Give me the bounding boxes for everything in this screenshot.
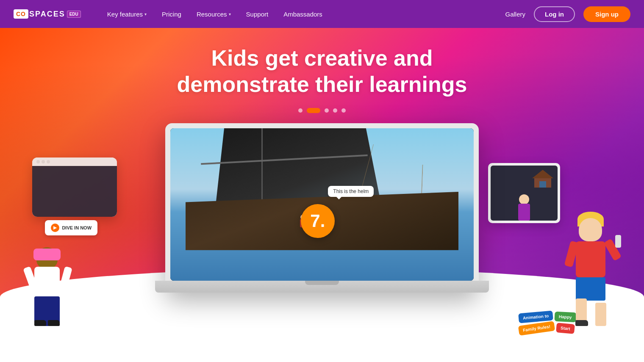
dive-label: DIVE IN NOW: [62, 225, 92, 230]
vr-shoe-left: [34, 320, 46, 326]
laptop-screen: 7. This is the helm: [170, 128, 474, 281]
ship-scene: 7. This is the helm: [170, 128, 474, 281]
nav-ambassadors[interactable]: Ambassadors: [278, 7, 328, 21]
nav-right: Gallery Log in Sign up: [505, 6, 630, 22]
navbar: CO SPACES EDU Key features ▾ Pricing Res…: [0, 0, 644, 28]
rc-shirt: [576, 241, 605, 277]
chevron-down-icon: ▾: [144, 12, 147, 17]
slide-dot-2[interactable]: [307, 108, 320, 113]
rc-leg-right: [595, 303, 606, 326]
hero-section: Kids get creative and demonstrate their …: [0, 0, 644, 362]
nav-pricing[interactable]: Pricing: [156, 7, 187, 21]
slide-dot-1[interactable]: [298, 108, 303, 113]
vr-body: [34, 267, 60, 301]
rc-head: [579, 218, 602, 241]
signup-button[interactable]: Sign up: [583, 6, 630, 22]
rc-shorts: [576, 277, 605, 301]
hero-title: Kids get creative and demonstrate their …: [177, 45, 467, 98]
dive-arrow-icon: ▶: [51, 224, 59, 232]
laptop-notch: [305, 281, 339, 285]
right-char-figure: [557, 203, 625, 326]
hero-content: Kids get creative and demonstrate their …: [0, 28, 644, 293]
login-button[interactable]: Log in: [534, 6, 575, 22]
nav-support[interactable]: Support: [240, 7, 275, 21]
logo[interactable]: CO SPACES EDU: [14, 9, 81, 19]
nav-links: Key features ▾ Pricing Resources ▾ Suppo…: [101, 7, 505, 21]
logo-ico-text: CO: [14, 9, 28, 19]
chevron-down-icon-2: ▾: [229, 12, 231, 17]
slide-dots: [298, 108, 346, 113]
slide-dot-3[interactable]: [325, 108, 329, 113]
nav-key-features[interactable]: Key features ▾: [101, 7, 153, 21]
card-animation: Animation to: [518, 310, 553, 323]
slide-dot-4[interactable]: [333, 108, 337, 113]
nav-resources[interactable]: Resources ▾: [191, 7, 237, 21]
right-character: [557, 203, 625, 326]
nav-gallery[interactable]: Gallery: [505, 11, 525, 18]
number-badge: 7.: [301, 204, 335, 238]
rc-shoe-left: [575, 320, 588, 326]
vr-headset: [33, 249, 61, 260]
laptop-frame: 7. This is the helm: [165, 123, 479, 293]
slide-dot-5[interactable]: [341, 108, 346, 113]
dive-in-tag[interactable]: ▶ DIVE IN NOW: [45, 220, 97, 235]
logo-edu-badge: EDU: [67, 11, 81, 18]
vr-arm-right: [59, 266, 72, 290]
logo-spaces-text: SPACES: [29, 10, 65, 19]
laptop-base: [155, 281, 489, 293]
helm-tooltip: This is the helm: [328, 186, 374, 197]
rc-bottle: [615, 235, 621, 248]
laptop-mockup: 7. This is the helm: [165, 123, 479, 293]
vr-shoe-right: [48, 320, 60, 326]
